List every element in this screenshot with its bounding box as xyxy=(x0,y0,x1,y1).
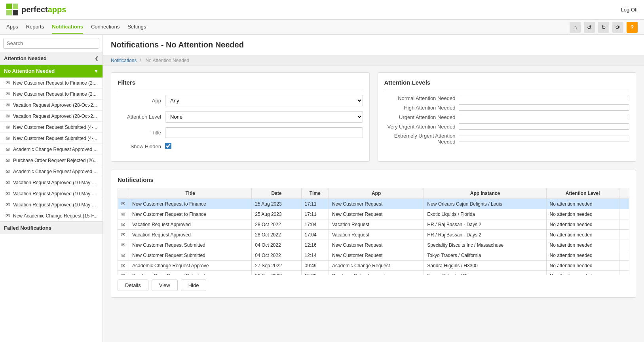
filter-app-label: App xyxy=(118,98,161,104)
nav-link-settings[interactable]: Settings xyxy=(127,21,146,34)
table-col-4[interactable]: App xyxy=(329,188,424,199)
table-row[interactable]: ✉Vacation Request Approved28 Oct 202217:… xyxy=(118,219,629,230)
row-cell-attention_level: No attention needed xyxy=(546,199,619,209)
help-icon[interactable]: ? xyxy=(627,22,638,33)
sidebar-item[interactable]: ✉Vacation Request Approved (10-May-... xyxy=(0,199,103,210)
nav-link-reports[interactable]: Reports xyxy=(26,21,44,34)
row-cell-title: Vacation Request Approved xyxy=(129,230,252,240)
sidebar-item[interactable]: ✉Academic Change Request Approved ... xyxy=(0,144,103,155)
row-cell-app_instance: Exotic Liquids / Florida xyxy=(424,209,546,219)
sidebar-item[interactable]: ✉New Customer Request to Finance (2... xyxy=(0,77,103,89)
row-cell-time: 09:49 xyxy=(301,261,329,271)
table-scroll[interactable]: TitleDateTimeAppApp InstanceAttention Le… xyxy=(118,188,629,275)
notifications-section: Notifications TitleDateTimeAppApp Instan… xyxy=(111,170,636,298)
attention-level-row: High Attention Needed xyxy=(384,104,630,111)
filter-attention-control[interactable]: None xyxy=(165,111,363,123)
nav-link-notifications[interactable]: Notifications xyxy=(52,21,83,34)
sidebar-item[interactable]: ✉Vacation Request Approved (10-May-... xyxy=(0,177,103,188)
filter-title-control[interactable] xyxy=(165,127,363,138)
sidebar-section-no-attention-needed[interactable]: No Attention Needed▼ xyxy=(0,65,103,77)
row-select-cell[interactable]: ✉ xyxy=(118,240,129,250)
filter-app-select[interactable]: Any xyxy=(165,95,363,106)
sidebar-item[interactable]: ✉New Academic Change Request (15-F... xyxy=(0,210,103,221)
main-content: Notifications - No Attention Needed Noti… xyxy=(103,35,644,342)
row-cell-app: Purchase Order Approval xyxy=(329,271,424,275)
breadcrumb: Notifications / No Attention Needed xyxy=(103,55,644,66)
table-row[interactable]: ✉Vacation Request Approved28 Oct 202217:… xyxy=(118,230,629,240)
table-col-5[interactable]: App Instance xyxy=(424,188,546,199)
row-select-cell[interactable]: ✉ xyxy=(118,219,129,230)
logoff-button[interactable]: Log Off xyxy=(621,7,638,13)
table-row[interactable]: ✉New Customer Request to Finance25 Aug 2… xyxy=(118,199,629,209)
table-col-1[interactable]: Title xyxy=(129,188,252,199)
filter-app-row: App Any xyxy=(118,95,363,106)
home-icon[interactable]: ⌂ xyxy=(570,22,581,33)
filter-title-row: Title xyxy=(118,127,363,138)
table-row[interactable]: ✉New Customer Request Submitted04 Oct 20… xyxy=(118,240,629,250)
table-row[interactable]: ✉New Customer Request to Finance25 Aug 2… xyxy=(118,209,629,219)
filter-title-input[interactable] xyxy=(165,127,363,138)
row-cell-attention_level: No attention needed xyxy=(546,230,619,240)
filter-show-hidden-control[interactable] xyxy=(165,143,363,150)
sidebar-item[interactable]: ✉Vacation Request Approved (10-May-... xyxy=(0,188,103,199)
sidebar-item[interactable]: ✉New Customer Request to Finance (2... xyxy=(0,89,103,100)
nav-link-apps[interactable]: Apps xyxy=(6,21,18,34)
sidebar-item[interactable]: ✉Purchase Order Request Rejected (26... xyxy=(0,155,103,166)
filter-show-hidden-checkbox[interactable] xyxy=(165,143,171,149)
row-scroll-cell xyxy=(619,209,629,219)
table-col-2[interactable]: Date xyxy=(252,188,301,199)
sidebar-item[interactable]: ✉Vacation Request Approved (28-Oct-2... xyxy=(0,111,103,122)
sidebar-item[interactable]: ✉New Customer Request Submitted (4-... xyxy=(0,133,103,144)
hide-button[interactable]: Hide xyxy=(181,280,207,291)
row-select-cell[interactable]: ✉ xyxy=(118,209,129,219)
row-cell-time: 17:11 xyxy=(301,199,329,209)
sidebar-section-failed-notifications[interactable]: Failed Notifications xyxy=(0,221,103,234)
row-select-cell[interactable]: ✉ xyxy=(118,250,129,261)
search-input[interactable] xyxy=(3,38,99,49)
breadcrumb-root[interactable]: Notifications xyxy=(111,58,137,63)
row-select-cell[interactable]: ✉ xyxy=(118,230,129,240)
row-select-cell[interactable]: ✉ xyxy=(118,261,129,271)
row-envelope-icon: ✉ xyxy=(121,242,125,248)
row-cell-date: 04 Oct 2022 xyxy=(252,250,301,261)
envelope-icon: ✉ xyxy=(6,91,10,97)
sidebar-item[interactable]: ✉New Customer Request Submitted (4-... xyxy=(0,122,103,133)
filter-attention-label: Attention Level xyxy=(118,114,161,120)
envelope-icon: ✉ xyxy=(6,80,10,86)
row-cell-app: New Customer Request xyxy=(329,199,424,209)
attention-level-label: Very Urgent Attention Needed xyxy=(384,124,456,130)
row-envelope-icon: ✉ xyxy=(121,201,125,207)
envelope-icon: ✉ xyxy=(6,146,10,152)
row-cell-title: Academic Change Request Approve xyxy=(129,261,252,271)
nav-link-connections[interactable]: Connections xyxy=(91,21,120,34)
sidebar-item[interactable]: ✉Academic Change Request Approved ... xyxy=(0,166,103,177)
notifications-heading: Notifications xyxy=(118,176,629,183)
top-panels: Filters App Any Attention Level xyxy=(111,72,636,162)
envelope-icon: ✉ xyxy=(6,180,10,185)
refresh-icon[interactable]: ↻ xyxy=(598,22,609,33)
row-cell-app_instance: HR / Raj Bassan - Days 2 xyxy=(424,230,546,240)
filters-panel: Filters App Any Attention Level xyxy=(111,72,370,162)
logo-text: perfectapps xyxy=(21,5,66,14)
envelope-icon: ✉ xyxy=(6,202,10,208)
attention-level-bar-container xyxy=(459,104,630,111)
table-col-6[interactable]: Attention Level xyxy=(546,188,619,199)
table-row[interactable]: ✉New Customer Request Submitted04 Oct 20… xyxy=(118,250,629,261)
view-button[interactable]: View xyxy=(152,280,178,291)
table-row[interactable]: ✉Academic Change Request Approve27 Sep 2… xyxy=(118,261,629,271)
filter-app-control[interactable]: Any xyxy=(165,95,363,106)
row-cell-title: New Customer Request to Finance xyxy=(129,199,252,209)
sync-icon[interactable]: ⟳ xyxy=(612,22,623,33)
filter-attention-select[interactable]: None xyxy=(165,111,363,123)
undo-icon[interactable]: ↺ xyxy=(584,22,595,33)
details-button[interactable]: Details xyxy=(118,280,148,291)
envelope-icon: ✉ xyxy=(6,157,10,163)
row-cell-app: New Customer Request xyxy=(329,240,424,250)
sidebar-item[interactable]: ✉Vacation Request Approved (28-Oct-2... xyxy=(0,100,103,111)
row-select-cell[interactable]: ✉ xyxy=(118,271,129,275)
table-col-3[interactable]: Time xyxy=(301,188,329,199)
table-row[interactable]: ✉Purchase Order Request Rejected26 Sep 2… xyxy=(118,271,629,275)
row-scroll-cell xyxy=(619,199,629,209)
row-select-cell[interactable]: ✉ xyxy=(118,199,129,209)
sidebar-section-attention-needed[interactable]: Attention Needed❮ xyxy=(0,52,103,65)
